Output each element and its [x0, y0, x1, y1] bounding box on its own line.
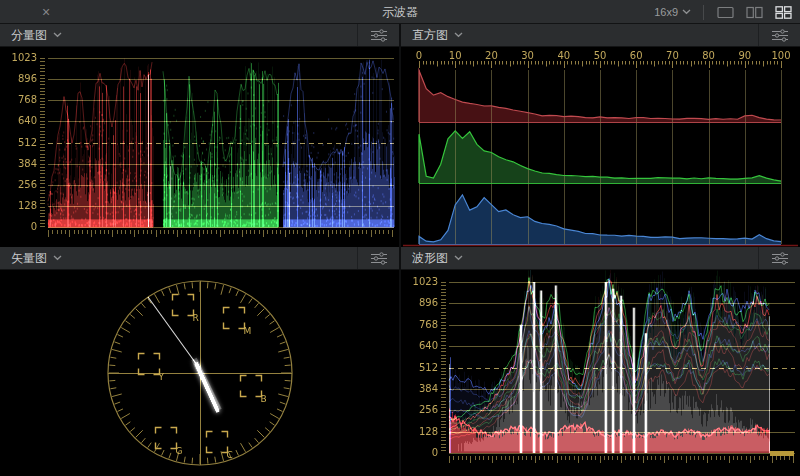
panel-waveform: 波形图 [401, 247, 800, 476]
titlebar-controls: 16x9 [652, 0, 794, 24]
parade-header: 分量图 [0, 24, 399, 47]
vectorscope-header: 矢量图 [0, 247, 399, 270]
histogram-header: 直方图 [401, 24, 800, 47]
sliders-icon [371, 29, 387, 42]
sliders-icon [772, 252, 788, 265]
chevron-down-icon [682, 9, 691, 15]
histogram-settings-button[interactable] [759, 24, 800, 46]
close-button[interactable]: × [36, 0, 56, 24]
chevron-down-icon [454, 32, 463, 38]
chevron-down-icon [53, 255, 62, 261]
parade-title: 分量图 [11, 27, 47, 44]
single-view-icon [717, 6, 734, 19]
vectorscope-title: 矢量图 [11, 250, 47, 267]
quad-view-icon [775, 6, 792, 19]
aspect-ratio-dropdown[interactable]: 16x9 [652, 4, 693, 20]
window-title: 示波器 [382, 0, 418, 24]
histogram-title: 直方图 [412, 27, 448, 44]
waveform-settings-button[interactable] [759, 247, 800, 269]
chevron-down-icon [53, 32, 62, 38]
aspect-ratio-value: 16x9 [654, 6, 678, 18]
chevron-down-icon [454, 255, 463, 261]
dual-view-icon [746, 6, 763, 19]
scopes-window: × 示波器 16x9 [0, 0, 800, 476]
titlebar: × 示波器 16x9 [0, 0, 800, 24]
histogram-canvas [401, 47, 800, 247]
panel-vectorscope: 矢量图 [0, 247, 399, 476]
sliders-icon [371, 252, 387, 265]
sliders-icon [772, 29, 788, 42]
single-view-button[interactable] [714, 2, 736, 22]
parade-settings-button[interactable] [358, 24, 399, 46]
scopes-grid: 分量图 直方图 [0, 24, 800, 476]
waveform-canvas [401, 270, 800, 476]
panel-histogram: 直方图 [401, 24, 800, 247]
waveform-title: 波形图 [412, 250, 448, 267]
vectorscope-settings-button[interactable] [358, 247, 399, 269]
vectorscope-canvas [0, 270, 399, 476]
vectorscope-title-dropdown[interactable]: 矢量图 [11, 250, 62, 267]
panel-parade: 分量图 [0, 24, 399, 247]
quad-view-button[interactable] [772, 2, 794, 22]
waveform-header: 波形图 [401, 247, 800, 270]
dual-view-button[interactable] [743, 2, 765, 22]
titlebar-divider [703, 5, 704, 20]
histogram-title-dropdown[interactable]: 直方图 [412, 27, 463, 44]
close-icon: × [42, 5, 50, 19]
parade-canvas [0, 47, 399, 247]
parade-title-dropdown[interactable]: 分量图 [11, 27, 62, 44]
waveform-title-dropdown[interactable]: 波形图 [412, 250, 463, 267]
